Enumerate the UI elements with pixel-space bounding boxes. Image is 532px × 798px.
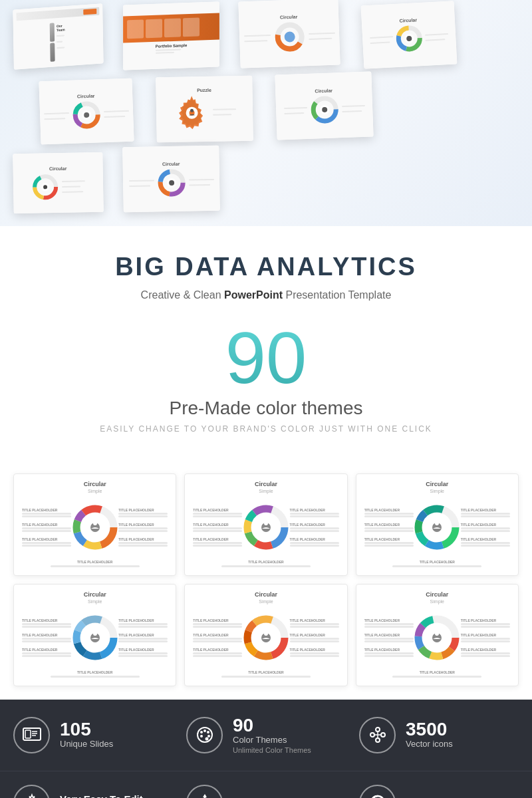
svg-point-56 <box>264 521 268 525</box>
thumbnail-6[interactable]: Circular Simple TITLE PLACEHOLDER TITLE … <box>356 584 519 686</box>
features-grid: 105 Unique Slides 90 Color Themes <box>13 716 519 754</box>
hero-section: Our Team Portfolio Sample <box>0 0 532 226</box>
slide-preview-6: Puzzle <box>156 76 253 143</box>
info-rows-left-2: TITLE PLACEHOLDER TITLE PLACEHOLDER TITL… <box>192 497 243 557</box>
svg-point-76 <box>93 632 97 636</box>
feature-vector-icons: 3500 Vector icons <box>359 716 519 754</box>
subtitle-pre: Creative & Clean <box>141 289 224 301</box>
circular-diagram-6: TITLE PLACEHOLDER TITLE PLACEHOLDER TITL… <box>363 608 511 668</box>
thumb-subtitle-6: Simple <box>363 599 511 604</box>
circular-diagram-5: TITLE PLACEHOLDER TITLE PLACEHOLDER TITL… <box>192 608 340 668</box>
svg-point-46 <box>93 521 97 525</box>
thumbnails-grid: Circular Simple TITLE PLACEHOLDER TITLE … <box>13 473 519 686</box>
svg-point-2 <box>284 31 295 43</box>
thumbnails-section: Circular Simple TITLE PLACEHOLDER TITLE … <box>0 467 532 700</box>
thumbnail-2[interactable]: Circular Simple TITLE PLACEHOLDER TITLE … <box>184 473 347 576</box>
svg-point-112 <box>376 728 380 732</box>
slide-preview-5: Circular <box>39 78 134 145</box>
svg-rect-99 <box>25 730 31 738</box>
features-footer: 105 Unique Slides 90 Color Themes <box>0 700 532 771</box>
color-themes-label: Color Themes <box>233 735 311 746</box>
easy-edit-label: Very Easy To Edit <box>60 793 143 798</box>
svg-point-106 <box>207 731 209 733</box>
easy-edit-text: Very Easy To Edit Vector Objects <box>60 793 143 798</box>
thumb-title-4: Circular <box>21 591 169 598</box>
slide-preview-3: Circular <box>238 0 340 68</box>
svg-point-111 <box>381 733 385 737</box>
unique-slides-text: 105 Unique Slides <box>60 720 113 750</box>
vector-icons-label: Vector icons <box>406 739 453 750</box>
color-themes-text-block: 90 Color Themes Unlimited Color Themes <box>233 716 311 754</box>
svg-point-105 <box>203 730 206 732</box>
feature-drag-drop: Drag & Drop Ready <box>186 785 346 798</box>
circular-diagram-1: TITLE PLACEHOLDER TITLE PLACEHOLDER TITL… <box>21 497 169 557</box>
svg-point-110 <box>370 733 374 737</box>
feature-easy-edit: Very Easy To Edit Vector Objects <box>13 785 173 798</box>
thumbnail-5[interactable]: Circular Simple TITLE PLACEHOLDER TITLE … <box>184 584 347 686</box>
info-rows-right-1: TITLE PLACEHOLDER TITLE PLACEHOLDER TITL… <box>117 497 169 557</box>
circular-diagram-3: TITLE PLACEHOLDER TITLE PLACEHOLDER TITL… <box>363 497 511 557</box>
svg-point-108 <box>200 735 203 737</box>
info-rows-right-3: TITLE PLACEHOLDER TITLE PLACEHOLDER TITL… <box>460 497 511 557</box>
info-rows-left-4: TITLE PLACEHOLDER TITLE PLACEHOLDER TITL… <box>21 608 72 668</box>
vector-icons-number: 3500 <box>406 720 453 739</box>
info-rows-right-2: TITLE PLACEHOLDER TITLE PLACEHOLDER TITL… <box>289 497 340 557</box>
info-rows-right-6: TITLE PLACEHOLDER TITLE PLACEHOLDER TITL… <box>460 608 511 668</box>
info-rows-right-5: TITLE PLACEHOLDER TITLE PLACEHOLDER TITL… <box>289 608 340 668</box>
drag-drop-icon <box>186 785 223 798</box>
thumb-title-5: Circular <box>192 591 340 598</box>
feature-unique-slides: 105 Unique Slides <box>13 716 173 754</box>
subtitle: Creative & Clean PowerPoint Presentation… <box>13 289 519 301</box>
slide-preview-9: Circular <box>122 146 220 213</box>
slide-preview-2: Portfolio Sample <box>123 1 219 70</box>
thumb-subtitle-4: Simple <box>21 599 169 604</box>
svg-marker-119 <box>203 794 207 797</box>
color-themes-icon <box>186 717 223 753</box>
circular-diagram-4: TITLE PLACEHOLDER TITLE PLACEHOLDER TITL… <box>21 608 169 668</box>
info-rows-left-6: TITLE PLACEHOLDER TITLE PLACEHOLDER TITL… <box>363 608 415 668</box>
info-rows-left-1: TITLE PLACEHOLDER TITLE PLACEHOLDER TITL… <box>21 497 72 557</box>
title-section: BIG DATA ANALYTICS Creative & Clean Powe… <box>0 226 532 467</box>
thumbnail-1[interactable]: Circular Simple TITLE PLACEHOLDER TITLE … <box>13 473 176 576</box>
thumb-title-2: Circular <box>192 481 340 487</box>
unique-slides-icon <box>13 717 50 753</box>
vector-icons-text: 3500 Vector icons <box>406 720 453 750</box>
info-rows-left-5: TITLE PLACEHOLDER TITLE PLACEHOLDER TITL… <box>192 608 243 668</box>
thumbnail-4[interactable]: Circular Simple TITLE PLACEHOLDER TITLE … <box>13 584 176 686</box>
svg-point-97 <box>435 632 439 636</box>
svg-point-86 <box>264 632 268 636</box>
unique-slides-number: 105 <box>60 720 113 739</box>
thumb-subtitle-1: Simple <box>21 489 169 493</box>
slide-preview-1: Our Team <box>13 3 103 70</box>
svg-point-107 <box>207 735 210 737</box>
subtitle-post: Presentation Template <box>283 289 391 301</box>
info-rows-right-4: TITLE PLACEHOLDER TITLE PLACEHOLDER TITL… <box>117 608 169 668</box>
info-rows-left-3: TITLE PLACEHOLDER TITLE PLACEHOLDER TITL… <box>363 497 415 557</box>
color-themes-subtext: EASILY CHANGE TO YOUR BRAND'S COLOR JUST… <box>13 424 519 434</box>
thumbnail-3[interactable]: Circular Simple TITLE PLACEHOLDER TITLE … <box>356 473 519 576</box>
big-number: 90 <box>13 321 519 394</box>
thumb-title-6: Circular <box>363 591 511 598</box>
thumb-subtitle-3: Simple <box>363 489 511 493</box>
features-grid2: Very Easy To Edit Vector Objects Drag & … <box>13 771 519 798</box>
slide-preview-4: Circular <box>361 1 458 68</box>
feature-free-updates: Free Updates <box>359 785 519 798</box>
features-footer-row2: Very Easy To Edit Vector Objects Drag & … <box>0 771 532 798</box>
thumb-subtitle-2: Simple <box>192 489 340 493</box>
main-title: BIG DATA ANALYTICS <box>13 253 519 281</box>
unique-slides-label: Unique Slides <box>60 739 113 750</box>
circular-diagram-2: TITLE PLACEHOLDER TITLE PLACEHOLDER TITL… <box>192 497 340 557</box>
svg-point-109 <box>205 737 208 741</box>
free-updates-icon <box>359 785 396 798</box>
svg-point-113 <box>376 738 380 742</box>
color-themes-label-small: Unlimited Color Themes <box>233 746 311 754</box>
slide-preview-8: Circular <box>13 152 104 213</box>
subtitle-bold: PowerPoint <box>224 289 283 301</box>
thumb-title-3: Circular <box>363 481 511 487</box>
svg-point-66 <box>435 521 439 525</box>
color-themes-number: 90 <box>233 716 311 735</box>
easy-edit-icon <box>13 785 50 798</box>
svg-point-104 <box>200 731 203 733</box>
slide-preview-7: Circular <box>275 71 373 140</box>
thumb-subtitle-5: Simple <box>192 599 340 604</box>
